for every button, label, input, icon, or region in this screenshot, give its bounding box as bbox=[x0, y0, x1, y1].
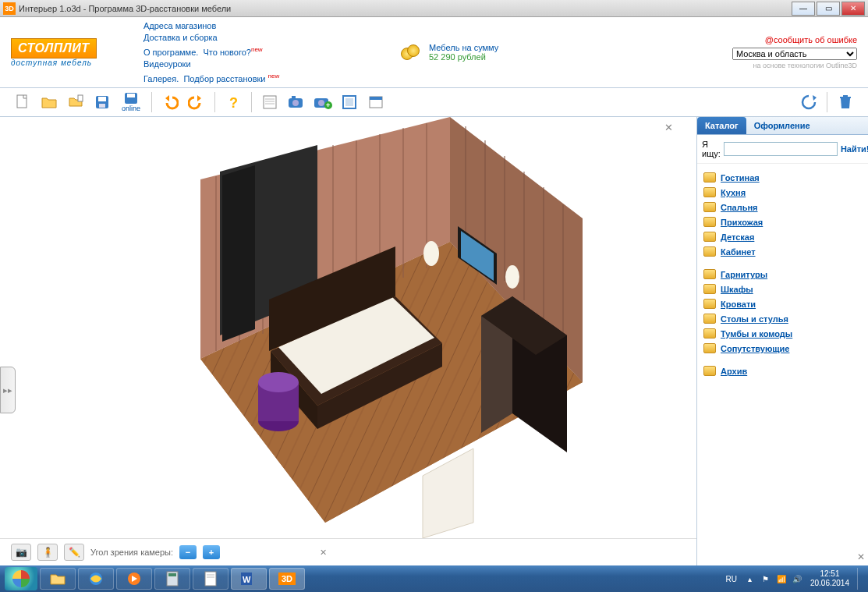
cart-label: Мебель на сумму bbox=[429, 43, 498, 52]
close-icon[interactable]: ✕ bbox=[664, 122, 673, 133]
import-button[interactable] bbox=[64, 90, 87, 114]
window-button[interactable] bbox=[364, 90, 388, 114]
task-notepad[interactable] bbox=[193, 568, 229, 590]
category-item[interactable]: Кухня bbox=[702, 185, 863, 200]
camera-view-1[interactable]: 📷 bbox=[11, 544, 31, 561]
logo[interactable]: СТОЛПЛИТ доступная мебель bbox=[11, 34, 143, 72]
category-item[interactable]: Столы и стулья bbox=[702, 311, 863, 326]
open-file-button[interactable] bbox=[37, 90, 61, 114]
link-selection[interactable]: Подбор расстановки bbox=[183, 73, 265, 83]
tab-catalog[interactable]: Каталог bbox=[697, 117, 746, 134]
category-item[interactable]: Прихожая bbox=[702, 214, 863, 229]
link-addresses[interactable]: Адреса магазинов bbox=[143, 21, 216, 30]
refresh-button[interactable] bbox=[797, 90, 820, 114]
category-item[interactable]: Спальня bbox=[702, 200, 863, 214]
camera-view-3[interactable]: ✏️ bbox=[64, 544, 84, 561]
report-error-link[interactable]: @сообщить об ошибке bbox=[732, 35, 857, 44]
start-button[interactable] bbox=[5, 567, 37, 590]
help-button[interactable]: ? bbox=[221, 90, 245, 114]
tab-design[interactable]: Оформление bbox=[746, 117, 818, 134]
tray-up-icon[interactable]: ▴ bbox=[745, 573, 756, 584]
category-item[interactable]: Шкафы bbox=[702, 282, 863, 296]
svg-rect-3 bbox=[98, 97, 106, 101]
task-explorer[interactable] bbox=[40, 568, 76, 590]
tray-lang[interactable]: RU bbox=[725, 575, 736, 583]
task-media[interactable] bbox=[116, 568, 152, 590]
link-about[interactable]: О программе. bbox=[143, 48, 198, 57]
camera-button[interactable] bbox=[285, 90, 308, 114]
category-label: Прихожая bbox=[721, 218, 763, 227]
category-item[interactable]: Сопутствующие bbox=[702, 341, 863, 356]
sidebar-close-icon[interactable]: ✕ bbox=[857, 551, 865, 562]
close-footer-icon[interactable]: ✕ bbox=[320, 548, 327, 558]
svg-rect-14 bbox=[292, 96, 296, 98]
close-button[interactable]: ✕ bbox=[841, 2, 865, 16]
trash-button[interactable] bbox=[834, 90, 857, 114]
fov-increase[interactable]: + bbox=[203, 545, 220, 559]
sidebar: Каталог Оформление Я ищу: Найти! Гостина… bbox=[696, 117, 868, 565]
folder-icon bbox=[703, 232, 716, 242]
link-gallery[interactable]: Галерея. bbox=[143, 73, 179, 83]
link-videos[interactable]: Видеоуроки bbox=[143, 59, 191, 69]
cart-summary[interactable]: Мебель на сумму 52 290 рублей bbox=[401, 43, 498, 62]
redo-button[interactable] bbox=[185, 90, 208, 114]
category-item[interactable]: Архив bbox=[702, 363, 863, 378]
coins-icon bbox=[401, 44, 423, 60]
link-whatsnew[interactable]: Что нового? bbox=[203, 48, 250, 57]
fullscreen-button[interactable] bbox=[338, 90, 361, 114]
svg-rect-69 bbox=[168, 573, 176, 576]
network-icon[interactable]: 📶 bbox=[776, 573, 787, 584]
taskbar: W 3D RU ▴ ⚑ 📶 🔊 12:51 20.06.2014 bbox=[0, 565, 868, 592]
camera-view-2[interactable]: 🧍 bbox=[37, 544, 58, 561]
viewport-3d[interactable]: ▸▸ ✕ bbox=[0, 117, 696, 565]
save-online-button[interactable]: online bbox=[117, 90, 145, 114]
tray-clock[interactable]: 12:51 20.06.2014 bbox=[810, 569, 849, 588]
region-select[interactable]: Москва и область bbox=[732, 48, 857, 60]
toolbar: online ? + bbox=[0, 87, 868, 117]
task-calc[interactable] bbox=[154, 568, 190, 590]
undo-button[interactable] bbox=[158, 90, 182, 114]
svg-rect-22 bbox=[370, 97, 382, 100]
sound-icon[interactable]: 🔊 bbox=[792, 573, 802, 584]
logo-subtitle: доступная мебель bbox=[11, 58, 143, 67]
category-item[interactable]: Гостиная bbox=[702, 170, 863, 185]
task-word[interactable]: W bbox=[231, 568, 267, 590]
task-ie[interactable] bbox=[78, 568, 114, 590]
category-label: Шкафы bbox=[721, 285, 753, 294]
show-desktop[interactable] bbox=[857, 568, 863, 590]
search-input[interactable] bbox=[724, 142, 838, 156]
svg-point-13 bbox=[292, 100, 299, 106]
folder-icon bbox=[703, 343, 716, 353]
header-links: Адреса магазинов Доставка и сборка О про… bbox=[143, 20, 354, 84]
category-item[interactable]: Кровати bbox=[702, 296, 863, 311]
folder-icon bbox=[703, 328, 716, 339]
category-item[interactable]: Детская bbox=[702, 229, 863, 244]
category-item[interactable]: Тумбы и комоды bbox=[702, 326, 863, 341]
svg-rect-8 bbox=[264, 96, 276, 108]
link-delivery[interactable]: Доставка и сборка bbox=[143, 33, 218, 42]
folder-icon bbox=[703, 217, 716, 227]
minimize-button[interactable]: — bbox=[792, 2, 815, 16]
room-3d-scene bbox=[99, 117, 598, 538]
save-button[interactable] bbox=[90, 90, 114, 114]
maximize-button[interactable]: ▭ bbox=[817, 2, 840, 16]
folder-icon bbox=[703, 172, 716, 183]
new-badge-2: new bbox=[268, 73, 280, 80]
svg-rect-23 bbox=[840, 97, 851, 98]
svg-rect-24 bbox=[843, 95, 848, 97]
svg-marker-46 bbox=[222, 165, 255, 342]
new-file-button[interactable] bbox=[11, 90, 34, 114]
camera-plus-button[interactable]: + bbox=[311, 90, 335, 114]
fov-label: Угол зрения камеры: bbox=[90, 548, 173, 557]
category-item[interactable]: Кабинет bbox=[702, 244, 863, 259]
category-item[interactable]: Гарнитуры bbox=[702, 267, 863, 282]
task-3d-app[interactable]: 3D bbox=[269, 568, 305, 590]
svg-text:W: W bbox=[243, 575, 251, 584]
flag-icon[interactable]: ⚑ bbox=[760, 573, 771, 584]
search-button[interactable]: Найти! bbox=[841, 144, 868, 154]
spec-list-button[interactable] bbox=[258, 90, 282, 114]
window-titlebar: 3D Интерьер 1.o3d - Программа 3D-расстан… bbox=[0, 0, 868, 17]
svg-rect-0 bbox=[17, 95, 27, 108]
folder-icon bbox=[703, 299, 716, 309]
fov-decrease[interactable]: − bbox=[179, 545, 197, 559]
